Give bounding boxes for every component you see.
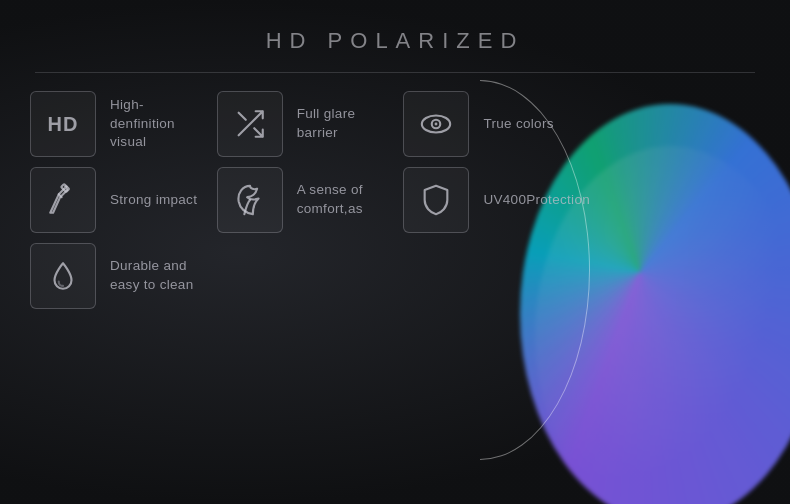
- feature-uv400: UV400Protection: [403, 167, 590, 233]
- title-section: HD POLARIZED: [30, 0, 760, 73]
- leaf-icon: [233, 183, 267, 217]
- feature-full-glare: Full glare barrier: [217, 91, 390, 157]
- shield-icon: [419, 183, 453, 217]
- feature-hd-visual: HD High-denfinition visual: [30, 91, 203, 157]
- feature-label-glare: Full glare barrier: [297, 105, 390, 143]
- feature-label-comfort: A sense of comfort,as: [297, 181, 390, 219]
- svg-point-2: [435, 123, 438, 126]
- icon-box-shield: [403, 167, 469, 233]
- icon-box-drop: [30, 243, 96, 309]
- feature-strong-impact: Strong impact: [30, 167, 203, 233]
- page-content: HD POLARIZED HD High-denfinition visual …: [0, 0, 790, 309]
- feature-label-durable: Durable and easy to clean: [110, 257, 203, 295]
- icon-box-leaf: [217, 167, 283, 233]
- feature-durable: Durable and easy to clean: [30, 243, 203, 309]
- hammer-icon: [46, 183, 80, 217]
- feature-label-uv400: UV400Protection: [483, 191, 590, 210]
- icon-box-glare: [217, 91, 283, 157]
- hd-icon: HD: [48, 113, 79, 136]
- glare-icon: [233, 107, 267, 141]
- icon-box-hd: HD: [30, 91, 96, 157]
- feature-label-hd: High-denfinition visual: [110, 96, 203, 153]
- feature-comfort: A sense of comfort,as: [217, 167, 390, 233]
- features-grid: HD High-denfinition visual Full glare ba…: [30, 73, 590, 309]
- page-title: HD POLARIZED: [30, 28, 760, 54]
- feature-label-impact: Strong impact: [110, 191, 197, 210]
- drop-icon: [46, 259, 80, 293]
- feature-label-colors: True colors: [483, 115, 553, 134]
- icon-box-eye: [403, 91, 469, 157]
- feature-true-colors: True colors: [403, 91, 590, 157]
- icon-box-hammer: [30, 167, 96, 233]
- eye-icon: [419, 107, 453, 141]
